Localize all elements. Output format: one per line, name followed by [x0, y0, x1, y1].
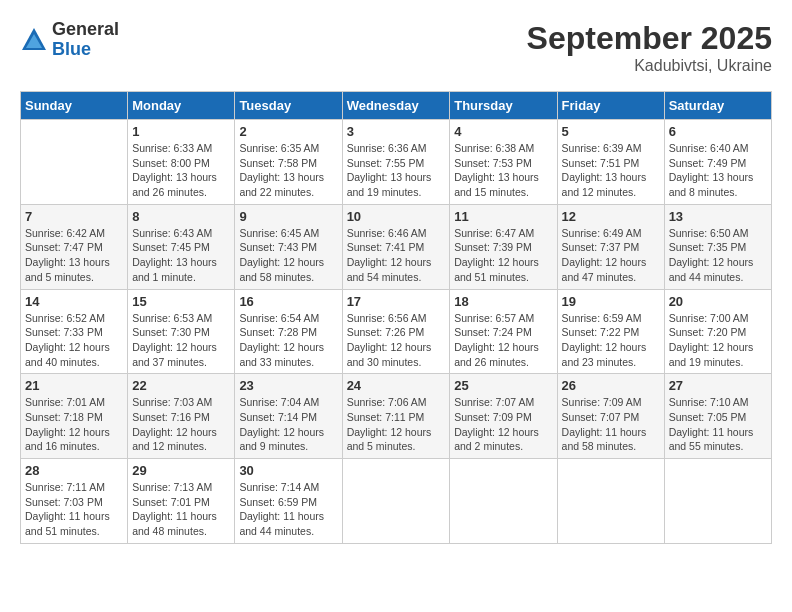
- day-number: 25: [454, 378, 552, 393]
- location-title: Kadubivtsi, Ukraine: [527, 57, 772, 75]
- day-info: Sunrise: 6:57 AMSunset: 7:24 PMDaylight:…: [454, 311, 552, 370]
- month-title-area: September 2025 Kadubivtsi, Ukraine: [527, 20, 772, 75]
- week-row-3: 14Sunrise: 6:52 AMSunset: 7:33 PMDayligh…: [21, 289, 772, 374]
- logo-blue: Blue: [52, 40, 119, 60]
- day-number: 21: [25, 378, 123, 393]
- day-cell: [450, 459, 557, 544]
- day-number: 15: [132, 294, 230, 309]
- weekday-header-row: SundayMondayTuesdayWednesdayThursdayFrid…: [21, 92, 772, 120]
- day-cell: 18Sunrise: 6:57 AMSunset: 7:24 PMDayligh…: [450, 289, 557, 374]
- day-cell: [664, 459, 771, 544]
- day-cell: 25Sunrise: 7:07 AMSunset: 7:09 PMDayligh…: [450, 374, 557, 459]
- weekday-header-tuesday: Tuesday: [235, 92, 342, 120]
- day-info: Sunrise: 6:52 AMSunset: 7:33 PMDaylight:…: [25, 311, 123, 370]
- day-info: Sunrise: 7:04 AMSunset: 7:14 PMDaylight:…: [239, 395, 337, 454]
- day-info: Sunrise: 7:14 AMSunset: 6:59 PMDaylight:…: [239, 480, 337, 539]
- day-cell: 26Sunrise: 7:09 AMSunset: 7:07 PMDayligh…: [557, 374, 664, 459]
- day-number: 24: [347, 378, 446, 393]
- day-number: 9: [239, 209, 337, 224]
- week-row-5: 28Sunrise: 7:11 AMSunset: 7:03 PMDayligh…: [21, 459, 772, 544]
- day-cell: [342, 459, 450, 544]
- day-cell: 22Sunrise: 7:03 AMSunset: 7:16 PMDayligh…: [128, 374, 235, 459]
- day-info: Sunrise: 6:35 AMSunset: 7:58 PMDaylight:…: [239, 141, 337, 200]
- day-cell: 2Sunrise: 6:35 AMSunset: 7:58 PMDaylight…: [235, 120, 342, 205]
- day-info: Sunrise: 7:07 AMSunset: 7:09 PMDaylight:…: [454, 395, 552, 454]
- day-info: Sunrise: 6:56 AMSunset: 7:26 PMDaylight:…: [347, 311, 446, 370]
- logo-icon: [20, 26, 48, 54]
- logo-general: General: [52, 20, 119, 40]
- day-number: 19: [562, 294, 660, 309]
- day-cell: 10Sunrise: 6:46 AMSunset: 7:41 PMDayligh…: [342, 204, 450, 289]
- day-number: 29: [132, 463, 230, 478]
- day-cell: 17Sunrise: 6:56 AMSunset: 7:26 PMDayligh…: [342, 289, 450, 374]
- day-cell: 23Sunrise: 7:04 AMSunset: 7:14 PMDayligh…: [235, 374, 342, 459]
- day-cell: 28Sunrise: 7:11 AMSunset: 7:03 PMDayligh…: [21, 459, 128, 544]
- day-number: 8: [132, 209, 230, 224]
- day-info: Sunrise: 6:45 AMSunset: 7:43 PMDaylight:…: [239, 226, 337, 285]
- day-info: Sunrise: 6:53 AMSunset: 7:30 PMDaylight:…: [132, 311, 230, 370]
- day-info: Sunrise: 6:50 AMSunset: 7:35 PMDaylight:…: [669, 226, 767, 285]
- calendar: SundayMondayTuesdayWednesdayThursdayFrid…: [20, 91, 772, 544]
- day-number: 28: [25, 463, 123, 478]
- day-cell: [21, 120, 128, 205]
- day-cell: [557, 459, 664, 544]
- day-number: 22: [132, 378, 230, 393]
- weekday-header-wednesday: Wednesday: [342, 92, 450, 120]
- day-number: 6: [669, 124, 767, 139]
- day-cell: 5Sunrise: 6:39 AMSunset: 7:51 PMDaylight…: [557, 120, 664, 205]
- day-number: 10: [347, 209, 446, 224]
- day-number: 3: [347, 124, 446, 139]
- day-info: Sunrise: 7:11 AMSunset: 7:03 PMDaylight:…: [25, 480, 123, 539]
- day-cell: 4Sunrise: 6:38 AMSunset: 7:53 PMDaylight…: [450, 120, 557, 205]
- day-number: 4: [454, 124, 552, 139]
- day-number: 16: [239, 294, 337, 309]
- day-number: 23: [239, 378, 337, 393]
- day-cell: 19Sunrise: 6:59 AMSunset: 7:22 PMDayligh…: [557, 289, 664, 374]
- day-number: 12: [562, 209, 660, 224]
- weekday-header-thursday: Thursday: [450, 92, 557, 120]
- day-info: Sunrise: 6:54 AMSunset: 7:28 PMDaylight:…: [239, 311, 337, 370]
- day-info: Sunrise: 7:10 AMSunset: 7:05 PMDaylight:…: [669, 395, 767, 454]
- day-number: 2: [239, 124, 337, 139]
- day-cell: 8Sunrise: 6:43 AMSunset: 7:45 PMDaylight…: [128, 204, 235, 289]
- logo-text: General Blue: [52, 20, 119, 60]
- day-cell: 30Sunrise: 7:14 AMSunset: 6:59 PMDayligh…: [235, 459, 342, 544]
- day-info: Sunrise: 6:47 AMSunset: 7:39 PMDaylight:…: [454, 226, 552, 285]
- day-cell: 29Sunrise: 7:13 AMSunset: 7:01 PMDayligh…: [128, 459, 235, 544]
- logo: General Blue: [20, 20, 119, 60]
- day-info: Sunrise: 7:09 AMSunset: 7:07 PMDaylight:…: [562, 395, 660, 454]
- day-info: Sunrise: 7:01 AMSunset: 7:18 PMDaylight:…: [25, 395, 123, 454]
- day-number: 13: [669, 209, 767, 224]
- weekday-header-friday: Friday: [557, 92, 664, 120]
- week-row-1: 1Sunrise: 6:33 AMSunset: 8:00 PMDaylight…: [21, 120, 772, 205]
- weekday-header-saturday: Saturday: [664, 92, 771, 120]
- day-info: Sunrise: 6:38 AMSunset: 7:53 PMDaylight:…: [454, 141, 552, 200]
- day-number: 17: [347, 294, 446, 309]
- day-number: 18: [454, 294, 552, 309]
- weekday-header-sunday: Sunday: [21, 92, 128, 120]
- day-cell: 11Sunrise: 6:47 AMSunset: 7:39 PMDayligh…: [450, 204, 557, 289]
- day-cell: 16Sunrise: 6:54 AMSunset: 7:28 PMDayligh…: [235, 289, 342, 374]
- day-cell: 3Sunrise: 6:36 AMSunset: 7:55 PMDaylight…: [342, 120, 450, 205]
- day-number: 11: [454, 209, 552, 224]
- day-info: Sunrise: 7:00 AMSunset: 7:20 PMDaylight:…: [669, 311, 767, 370]
- day-info: Sunrise: 7:03 AMSunset: 7:16 PMDaylight:…: [132, 395, 230, 454]
- day-number: 30: [239, 463, 337, 478]
- day-cell: 13Sunrise: 6:50 AMSunset: 7:35 PMDayligh…: [664, 204, 771, 289]
- day-number: 5: [562, 124, 660, 139]
- day-info: Sunrise: 7:06 AMSunset: 7:11 PMDaylight:…: [347, 395, 446, 454]
- day-number: 27: [669, 378, 767, 393]
- day-cell: 1Sunrise: 6:33 AMSunset: 8:00 PMDaylight…: [128, 120, 235, 205]
- day-cell: 24Sunrise: 7:06 AMSunset: 7:11 PMDayligh…: [342, 374, 450, 459]
- day-cell: 9Sunrise: 6:45 AMSunset: 7:43 PMDaylight…: [235, 204, 342, 289]
- day-cell: 12Sunrise: 6:49 AMSunset: 7:37 PMDayligh…: [557, 204, 664, 289]
- day-info: Sunrise: 7:13 AMSunset: 7:01 PMDaylight:…: [132, 480, 230, 539]
- day-cell: 20Sunrise: 7:00 AMSunset: 7:20 PMDayligh…: [664, 289, 771, 374]
- week-row-2: 7Sunrise: 6:42 AMSunset: 7:47 PMDaylight…: [21, 204, 772, 289]
- page-header: General Blue September 2025 Kadubivtsi, …: [20, 20, 772, 75]
- day-cell: 14Sunrise: 6:52 AMSunset: 7:33 PMDayligh…: [21, 289, 128, 374]
- day-info: Sunrise: 6:42 AMSunset: 7:47 PMDaylight:…: [25, 226, 123, 285]
- day-number: 14: [25, 294, 123, 309]
- weekday-header-monday: Monday: [128, 92, 235, 120]
- day-number: 26: [562, 378, 660, 393]
